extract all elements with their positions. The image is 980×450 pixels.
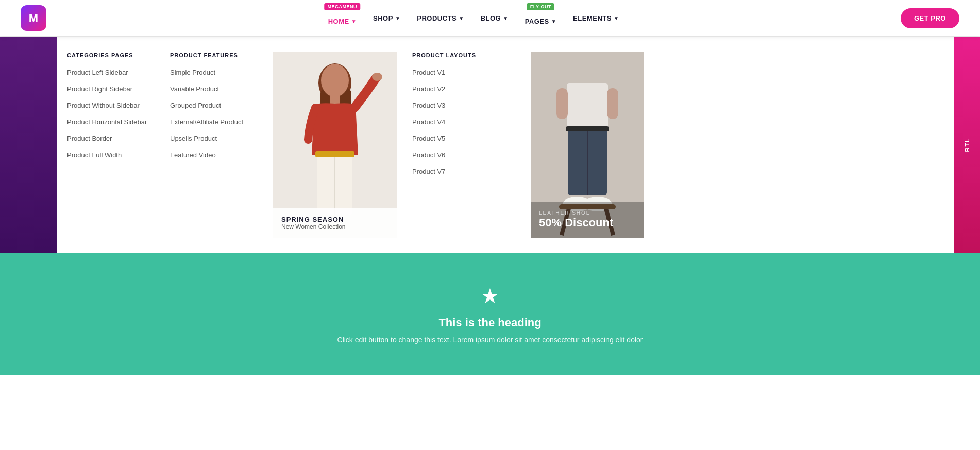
left-sidebar — [0, 37, 57, 253]
nav-link-pages[interactable]: PAGES ▼ — [525, 18, 556, 25]
caption-title: SPRING SEASON — [281, 215, 388, 223]
nav-link-products[interactable]: PRODUCTS ▼ — [417, 14, 464, 22]
logo[interactable]: M — [21, 5, 46, 31]
nav-item-home[interactable]: MEGAMENU HOME ▼ — [328, 11, 357, 25]
list-item[interactable]: Product Without Sidebar — [67, 101, 160, 110]
features-link-0[interactable]: Simple Product — [170, 69, 215, 76]
list-item[interactable]: Product Border — [67, 134, 160, 143]
features-link-1[interactable]: Variable Product — [170, 85, 219, 93]
categories-link-2[interactable]: Product Without Sidebar — [67, 102, 140, 109]
list-item[interactable]: Variable Product — [170, 84, 263, 93]
features-link-4[interactable]: Upsells Product — [170, 135, 217, 142]
list-item[interactable]: Product V5 — [412, 134, 505, 143]
mega-menu-inner: CATEGORIES PAGES Product Left Sidebar Pr… — [57, 52, 954, 238]
layout-link-v3[interactable]: Product V3 — [412, 102, 445, 109]
list-item[interactable]: Product Horizontal Sidebar — [67, 117, 160, 126]
hero-heading: This is the heading — [438, 316, 541, 329]
features-column: PRODUCT FEATURES Simple Product Variable… — [170, 52, 273, 238]
features-link-5[interactable]: Featured Video — [170, 151, 216, 159]
promo-caption: LEATHER SHOE 50% Discount — [531, 202, 644, 238]
svg-point-5 — [372, 73, 382, 81]
logo-letter: M — [29, 11, 38, 25]
features-link-3[interactable]: External/Affiliate Product — [170, 118, 243, 126]
categories-link-3[interactable]: Product Horizontal Sidebar — [67, 118, 147, 126]
megamenu-badge: MEGAMENU — [325, 3, 361, 10]
chevron-icon: ▼ — [351, 19, 357, 24]
promo-subtitle: LEATHER SHOE — [539, 210, 636, 216]
layout-link-v7[interactable]: Product V7 — [412, 168, 445, 175]
list-item[interactable]: Product Full Width — [67, 150, 160, 159]
get-pro-button[interactable]: GET PRO — [901, 8, 959, 28]
svg-rect-15 — [566, 126, 609, 131]
list-item[interactable]: Upsells Product — [170, 134, 263, 143]
list-item[interactable]: Featured Video — [170, 150, 263, 159]
features-title: PRODUCT FEATURES — [170, 52, 263, 58]
list-item[interactable]: Product V2 — [412, 84, 505, 93]
list-item[interactable]: External/Affiliate Product — [170, 117, 263, 126]
categories-title: CATEGORIES PAGES — [67, 52, 160, 58]
chevron-icon: ▼ — [503, 15, 508, 21]
categories-link-1[interactable]: Product Right Sidebar — [67, 85, 132, 93]
categories-column: CATEGORIES PAGES Product Left Sidebar Pr… — [67, 52, 170, 238]
list-item[interactable]: Product Left Sidebar — [67, 68, 160, 77]
svg-rect-10 — [567, 83, 608, 129]
features-list: Simple Product Variable Product Grouped … — [170, 68, 263, 159]
list-item[interactable]: Product V7 — [412, 166, 505, 176]
fashion-img-box: SPRING SEASON New Women Collection — [273, 52, 397, 238]
features-link-2[interactable]: Grouped Product — [170, 102, 221, 109]
svg-rect-11 — [556, 88, 568, 119]
list-item[interactable]: Simple Product — [170, 68, 263, 77]
hero-star-icon: ★ — [481, 284, 499, 308]
right-sidebar: RTL — [954, 37, 980, 253]
layouts-title: PRODUCT LAYOUTS — [412, 52, 505, 58]
nav-link-home[interactable]: HOME ▼ — [328, 18, 357, 25]
mega-menu: CATEGORIES PAGES Product Left Sidebar Pr… — [0, 36, 980, 253]
svg-point-3 — [321, 64, 349, 97]
list-item[interactable]: Grouped Product — [170, 101, 263, 110]
center-fashion-image[interactable]: SPRING SEASON New Women Collection — [273, 52, 397, 238]
hero-section: ★ This is the heading Click edit button … — [0, 253, 980, 375]
layouts-list: Product V1 Product V2 Product V3 Product… — [412, 68, 505, 176]
caption-subtitle: New Women Collection — [281, 223, 388, 230]
categories-link-5[interactable]: Product Full Width — [67, 151, 122, 159]
image-caption: SPRING SEASON New Women Collection — [273, 208, 397, 238]
layout-link-v2[interactable]: Product V2 — [412, 85, 445, 93]
flyout-badge: FLY OUT — [527, 3, 554, 10]
chevron-icon: ▼ — [459, 15, 464, 21]
layout-link-v1[interactable]: Product V1 — [412, 69, 445, 76]
chevron-icon: ▼ — [551, 19, 556, 24]
hero-text: Click edit button to change this text. L… — [337, 336, 643, 344]
nav-link-shop[interactable]: SHOP ▼ — [373, 14, 400, 22]
categories-list: Product Left Sidebar Product Right Sideb… — [67, 68, 160, 159]
nav-item-pages[interactable]: FLY OUT PAGES ▼ — [525, 11, 556, 25]
categories-link-4[interactable]: Product Border — [67, 135, 112, 142]
rtl-label: RTL — [964, 138, 970, 152]
layout-link-v6[interactable]: Product V6 — [412, 151, 445, 159]
list-item[interactable]: Product V1 — [412, 68, 505, 77]
promo-title: 50% Discount — [539, 216, 636, 229]
svg-rect-8 — [315, 151, 354, 157]
list-item[interactable]: Product V4 — [412, 117, 505, 126]
layout-link-v4[interactable]: Product V4 — [412, 118, 445, 126]
chevron-icon: ▼ — [614, 15, 619, 21]
layout-link-v5[interactable]: Product V5 — [412, 135, 445, 142]
navbar: M MEGAMENU HOME ▼ SHOP ▼ PRODUCTS ▼ BLOG — [0, 0, 980, 36]
list-item[interactable]: Product V3 — [412, 101, 505, 110]
svg-rect-4 — [330, 94, 340, 105]
nav-links: MEGAMENU HOME ▼ SHOP ▼ PRODUCTS ▼ BLOG ▼ — [328, 11, 619, 25]
svg-rect-12 — [607, 88, 618, 119]
nav-item-elements[interactable]: ELEMENTS ▼ — [573, 14, 619, 22]
nav-item-blog[interactable]: BLOG ▼ — [481, 14, 509, 22]
layouts-column: PRODUCT LAYOUTS Product V1 Product V2 Pr… — [412, 52, 515, 238]
list-item[interactable]: Product Right Sidebar — [67, 84, 160, 93]
promo-img-box: LEATHER SHOE 50% Discount — [531, 52, 644, 238]
nav-link-blog[interactable]: BLOG ▼ — [481, 14, 509, 22]
nav-link-elements[interactable]: ELEMENTS ▼ — [573, 14, 619, 22]
list-item[interactable]: Product V6 — [412, 150, 505, 159]
nav-item-shop[interactable]: SHOP ▼ — [373, 14, 400, 22]
promo-image[interactable]: LEATHER SHOE 50% Discount — [531, 52, 644, 238]
categories-link-0[interactable]: Product Left Sidebar — [67, 69, 128, 76]
chevron-icon: ▼ — [395, 15, 400, 21]
nav-item-products[interactable]: PRODUCTS ▼ — [417, 14, 464, 22]
